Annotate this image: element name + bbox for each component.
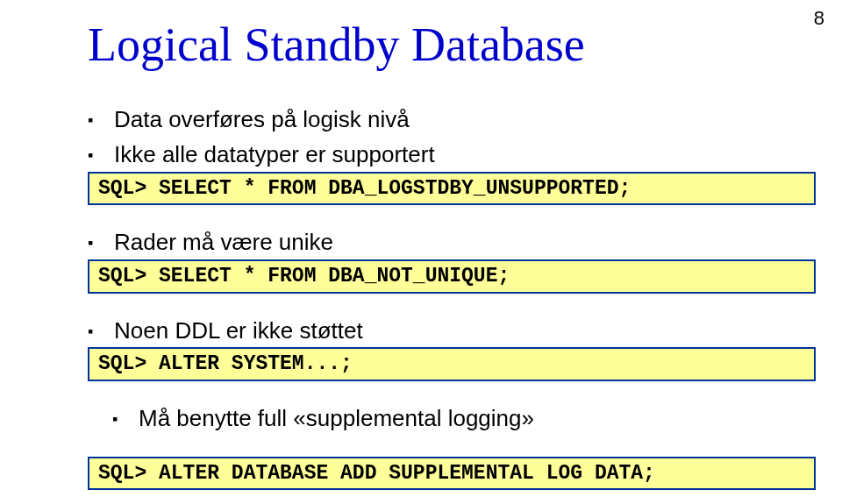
code-line-1: SQL> SELECT * FROM DBA_LOGSTDBY_UNSUPPOR…: [88, 172, 816, 205]
bullet-3: Rader må være unike: [88, 230, 781, 256]
bullet-2: Ikke alle datatyper er supportert: [88, 142, 781, 168]
code-line-3: SQL> ALTER SYSTEM...;: [88, 347, 816, 380]
slide-title: Logical Standby Database: [88, 18, 781, 72]
bullet-5: Må benytte full «supplemental logging»: [112, 406, 781, 432]
bullet-4: Noen DDL er ikke støttet: [88, 318, 781, 344]
code-line-2: SQL> SELECT * FROM DBA_NOT_UNIQUE;: [88, 259, 816, 293]
code-line-4: SQL> ALTER DATABASE ADD SUPPLEMENTAL LOG…: [88, 457, 816, 490]
page-number: 8: [814, 7, 824, 30]
bullet-1: Data overføres på logisk nivå: [88, 107, 781, 133]
slide: 8 Logical Standby Database Data overføre…: [0, 0, 842, 504]
